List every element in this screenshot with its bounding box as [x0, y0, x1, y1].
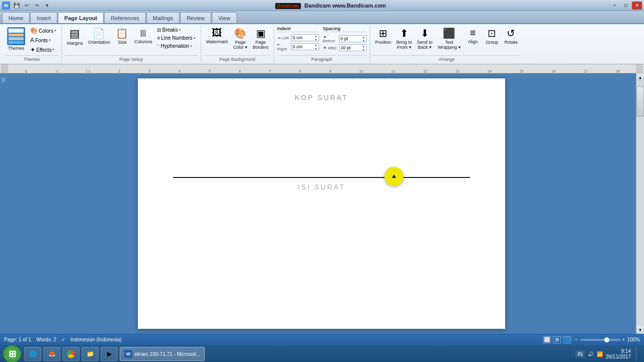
minimize-btn[interactable]: −	[610, 2, 620, 10]
undo-quick-btn[interactable]: ↩	[22, 2, 31, 10]
group-icon: ⊡	[488, 27, 496, 39]
status-bar: Page: 1 of 1 Words: 2 ✓ Indonesian (Indo…	[0, 334, 644, 345]
taskbar-chrome[interactable]	[62, 347, 79, 361]
zoom-in-btn[interactable]: +	[622, 337, 625, 342]
spacing-after-up[interactable]: ▲	[362, 44, 365, 48]
margins-label: Margins	[67, 41, 83, 46]
volume-icon[interactable]: 🔊	[588, 351, 594, 357]
hyphenation-button[interactable]: ⁻ Hyphenation ▾	[155, 42, 197, 50]
page-color-button[interactable]: 🎨 PageColor ▾	[231, 26, 250, 51]
columns-icon: ⫼	[138, 27, 148, 39]
spacing-before-row: ▲ Before: 0 pt ▲ ▼	[323, 34, 367, 43]
spacing-before-spinner[interactable]: ▲ ▼	[362, 35, 365, 42]
size-button[interactable]: 📋 Size	[113, 26, 131, 47]
spacing-before-up[interactable]: ▲	[362, 35, 365, 39]
position-button[interactable]: ⊞ Position	[373, 26, 393, 46]
save-quick-btn[interactable]: 💾	[12, 2, 21, 10]
start-icon: ⊞	[9, 348, 16, 359]
spacing-after-down[interactable]: ▼	[362, 48, 365, 51]
orientation-label: Orientation	[88, 40, 110, 45]
tab-view[interactable]: View	[212, 12, 237, 23]
columns-button[interactable]: ⫼ Columns	[132, 26, 154, 47]
spacing-after-input[interactable]: 10 pt ▲ ▼	[339, 44, 367, 51]
web-layout-btn[interactable]: 🌐	[563, 336, 571, 343]
ribbon: Home Insert Page Layout References Maili…	[0, 11, 644, 64]
indent-left-spinner[interactable]: ▲ ▼	[314, 34, 317, 41]
send-to-back-button[interactable]: ⬇ Send toBack ▾	[415, 26, 435, 51]
line-numbers-button[interactable]: ≡ Line Numbers ▾	[155, 34, 197, 42]
tab-mailings[interactable]: Mailings	[146, 12, 180, 23]
page-setup-large-buttons: ▤ Margins 📄 Orientation 📋 Size ⫼ Columns	[65, 26, 154, 47]
taskbar-word[interactable]: W ekram 100-71.71 - Microsof...	[120, 347, 205, 361]
tab-review[interactable]: Review	[180, 12, 211, 23]
maximize-btn[interactable]: □	[621, 2, 631, 10]
document-page[interactable]: KOP SURAT ISI SURAT	[138, 78, 505, 329]
tab-insert[interactable]: Insert	[30, 12, 57, 23]
indent-right-spinner[interactable]: ▲ ▼	[314, 43, 317, 50]
indent-right-up[interactable]: ▲	[314, 43, 317, 47]
tab-home[interactable]: Home	[2, 12, 30, 23]
taskbar-media[interactable]: ▶	[101, 347, 118, 361]
indent-left-down[interactable]: ▼	[314, 38, 317, 41]
start-button[interactable]: ⊞	[3, 345, 21, 362]
indent-right-input[interactable]: 0 cm ▲ ▼	[291, 43, 319, 50]
position-label: Position	[375, 40, 391, 45]
page-setup-group-content: ▤ Margins 📄 Orientation 📋 Size ⫼ Columns	[65, 26, 198, 54]
ruler: -2-1123456789101112131415161718	[0, 64, 644, 73]
orientation-button[interactable]: 📄 Orientation	[86, 26, 112, 47]
redo-quick-btn[interactable]: ↪	[32, 2, 41, 10]
indent-right-label: ⇤ Right:	[277, 42, 290, 51]
zoom-slider[interactable]	[580, 339, 620, 341]
spacing-before-input[interactable]: 0 pt ▲ ▼	[339, 35, 367, 42]
full-screen-btn[interactable]: ⊞	[553, 336, 561, 343]
tab-references[interactable]: References	[104, 12, 145, 23]
view-toggle[interactable]	[1, 77, 6, 82]
zoom-out-btn[interactable]: −	[575, 337, 578, 342]
zoom-thumb[interactable]	[604, 337, 609, 342]
title-bar: W 💾 ↩ ↪ ▾ Bandicam Bandicam www.Bandicam…	[0, 0, 644, 11]
group-button[interactable]: ⊡ Group	[483, 26, 501, 46]
network-icon[interactable]: 📶	[597, 351, 603, 357]
size-icon: 📋	[116, 27, 128, 39]
fonts-icon: A	[30, 37, 34, 44]
fonts-button[interactable]: A Fonts ▾	[28, 36, 58, 45]
print-layout-btn[interactable]: ⬜	[543, 336, 551, 343]
spacing-after-spinner[interactable]: ▲ ▼	[362, 44, 365, 51]
watermark-button[interactable]: 🖼 Watermark	[204, 26, 230, 45]
scrollbar-track[interactable]	[636, 81, 644, 326]
taskbar-explorer[interactable]: 📁	[82, 347, 99, 361]
taskbar-ie[interactable]: 🌐	[24, 347, 41, 361]
page-borders-button[interactable]: ▣ PageBorders	[251, 26, 271, 51]
customize-quick-btn[interactable]: ▾	[42, 2, 51, 10]
page-color-icon: 🎨	[234, 27, 247, 39]
scrollbar-thumb[interactable]	[636, 86, 644, 117]
margins-button[interactable]: ▤ Margins	[65, 26, 85, 47]
indent-right-down[interactable]: ▼	[314, 47, 317, 50]
text-wrapping-label: TextWrapping ▾	[438, 40, 461, 50]
spacing-before-down[interactable]: ▼	[362, 39, 365, 42]
page-setup-group-label: Page Setup	[65, 55, 198, 62]
themes-button[interactable]: Themes	[5, 26, 27, 52]
scroll-down-btn[interactable]: ▼	[636, 326, 644, 334]
close-btn[interactable]: ✕	[632, 2, 642, 10]
breaks-button[interactable]: ⊟ Breaks ▾	[155, 26, 197, 34]
spacing-after-row: ▼ After: 10 pt ▲ ▼	[323, 44, 367, 51]
line-numbers-icon: ≡	[157, 35, 160, 41]
indent-left-up[interactable]: ▲	[314, 34, 317, 38]
align-button[interactable]: ≡ Align	[464, 26, 482, 45]
show-desktop-btn[interactable]	[636, 347, 639, 361]
taskbar-firefox[interactable]: 🦊	[43, 347, 60, 361]
themes-icon	[7, 27, 25, 45]
text-wrapping-button[interactable]: ⬛ TextWrapping ▾	[436, 26, 463, 51]
bring-to-front-button[interactable]: ⬆ Bring toFront ▾	[394, 26, 414, 51]
indent-left-input[interactable]: 0 cm ▲ ▼	[291, 34, 319, 41]
breaks-arrow: ▾	[179, 28, 181, 32]
rotate-button[interactable]: ↺ Rotate	[502, 26, 520, 46]
tab-page-layout[interactable]: Page Layout	[58, 12, 104, 23]
breaks-label: Breaks	[162, 27, 178, 33]
fonts-arrow: ▾	[49, 38, 51, 42]
effects-button[interactable]: ✦ Effects ▾	[28, 45, 58, 54]
paragraph-group-label: Paragraph	[277, 55, 367, 62]
scroll-up-btn[interactable]: ▲	[636, 73, 644, 81]
colors-button[interactable]: 🎨 Colors ▾	[28, 26, 58, 35]
